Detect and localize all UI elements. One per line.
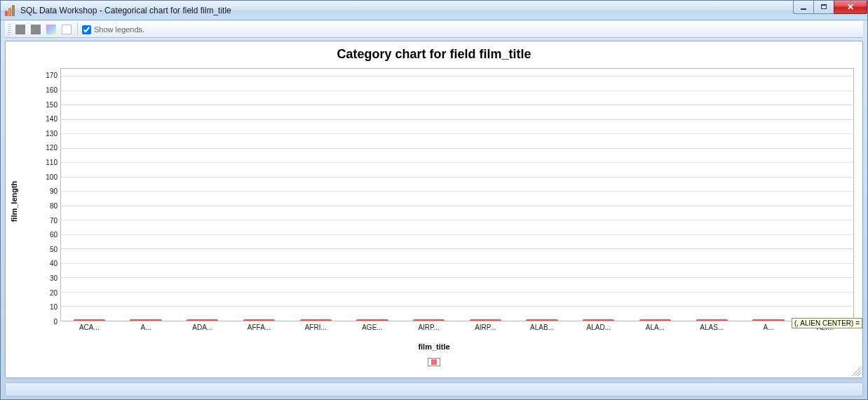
palette-white-button[interactable] — [60, 23, 73, 36]
gridline — [61, 119, 853, 120]
gridline — [61, 91, 853, 91]
window-controls: ✕ — [793, 0, 867, 14]
gridline — [61, 105, 853, 105]
bar-rect — [696, 319, 728, 321]
x-tick-label: ALA... — [633, 324, 677, 331]
gridline — [61, 248, 853, 249]
legend — [6, 358, 862, 366]
y-tick-label: 10 — [36, 303, 57, 311]
gridline — [61, 206, 853, 206]
y-tick-label: 30 — [36, 274, 57, 282]
bar-rect — [526, 319, 557, 321]
plot-area[interactable]: ACA...A...ADA...AFFA...AFRI...AGE...AIRP… — [60, 68, 854, 321]
y-tick-label: 40 — [36, 260, 57, 267]
app-icon — [5, 5, 16, 16]
x-tick-label: AIRP... — [463, 324, 508, 331]
y-tick-label: 60 — [36, 231, 57, 239]
maximize-button[interactable] — [813, 0, 834, 14]
y-tick-label: 120 — [36, 144, 57, 152]
palette-dark2-button[interactable] — [29, 23, 42, 36]
gridline — [61, 263, 853, 264]
legend-swatch — [431, 359, 437, 365]
x-tick-label: A... — [746, 324, 790, 331]
gridline — [61, 177, 853, 178]
y-tick-label: 130 — [36, 129, 57, 137]
show-legends-label: Show legends. — [94, 25, 144, 34]
gridline — [61, 76, 853, 76]
y-tick-label: 100 — [36, 173, 57, 180]
gridline — [61, 220, 853, 220]
gridline — [61, 234, 853, 235]
size-grip-icon[interactable] — [851, 366, 861, 376]
toolbar: Show legends. — [5, 21, 863, 38]
palette-dark-button[interactable] — [14, 23, 27, 36]
x-tick-label: ALAD... — [576, 324, 621, 331]
x-tick-label: AFFA... — [237, 324, 281, 331]
x-tick-label: ALAB... — [520, 324, 564, 331]
bar-rect — [639, 319, 671, 321]
gridline — [61, 148, 853, 149]
y-tick-label: 20 — [36, 288, 57, 296]
y-axis-label-wrap: film_length — [8, 68, 20, 334]
bars-layer: ACA...A...ADA...AFFA...AFRI...AGE...AIRP… — [61, 69, 853, 321]
bar-rect — [187, 319, 218, 321]
title-bar[interactable]: SQL Data Workshop - Categorical chart fo… — [1, 1, 867, 20]
gridline — [61, 191, 853, 192]
window-title: SQL Data Workshop - Categorical chart fo… — [20, 6, 231, 15]
x-tick-label: ACA... — [67, 324, 111, 331]
x-axis-label: film_title — [6, 342, 862, 351]
gridline — [61, 306, 853, 307]
bar-rect — [243, 319, 275, 321]
y-tick-label: 0 — [36, 318, 57, 326]
y-tick-label: 150 — [36, 100, 57, 108]
gridline — [61, 162, 853, 163]
y-tick-label: 110 — [36, 159, 57, 166]
status-bar — [5, 382, 863, 396]
show-legends-toggle[interactable]: Show legends. — [82, 25, 144, 34]
x-tick-label: A... — [123, 324, 168, 331]
toolbar-grip[interactable] — [8, 24, 11, 35]
x-tick-label: ALAS... — [690, 324, 734, 331]
bar-rect — [356, 319, 388, 321]
gridline — [61, 277, 853, 278]
y-tick-label: 80 — [36, 201, 57, 209]
y-tick-label: 170 — [36, 72, 57, 79]
legend-entry[interactable] — [428, 358, 440, 366]
toolbar-separator — [77, 23, 78, 36]
y-tick-label: 140 — [36, 115, 57, 123]
plot-wrap: 0102030405060708090100110120130140150160… — [36, 68, 854, 334]
y-tick-label: 50 — [36, 245, 57, 253]
gridline — [61, 133, 853, 134]
chart-title: Category chart for field film_title — [6, 41, 862, 65]
y-axis-label: film_length — [10, 180, 18, 222]
bar-rect — [583, 319, 614, 321]
chart-panel: Category chart for field film_title film… — [5, 41, 863, 378]
bar-rect — [130, 319, 161, 321]
bar-rect — [74, 319, 105, 321]
x-tick-label: AFRI... — [294, 324, 338, 331]
minimize-button[interactable] — [793, 0, 814, 14]
y-tick-label: 70 — [36, 216, 57, 224]
x-tick-label: ADA... — [180, 324, 224, 331]
palette-gradient-button[interactable] — [45, 23, 57, 36]
x-tick-label: AGE... — [350, 324, 394, 331]
bar-rect — [300, 319, 332, 321]
bar-rect — [470, 319, 501, 321]
y-tick-label: 90 — [36, 187, 57, 195]
bar-rect — [752, 319, 784, 321]
chart-tooltip: (, ALIEN CENTER) = — [792, 318, 862, 328]
gridline — [61, 292, 853, 293]
x-tick-label: AIRP... — [407, 324, 451, 331]
show-legends-checkbox[interactable] — [82, 25, 91, 34]
bar-rect — [413, 319, 445, 321]
close-button[interactable]: ✕ — [834, 0, 867, 14]
y-tick-label: 160 — [36, 86, 57, 93]
